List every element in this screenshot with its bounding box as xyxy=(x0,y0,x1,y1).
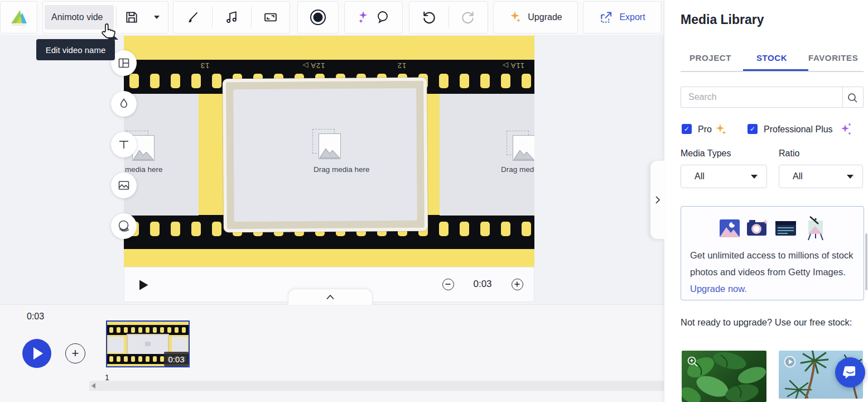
expand-timeline-tab[interactable] xyxy=(288,289,373,305)
design-tools-card xyxy=(173,1,290,34)
music-note-icon xyxy=(224,10,239,25)
undo-button[interactable] xyxy=(409,2,449,33)
timeline-play-button[interactable] xyxy=(22,339,51,368)
ratio-label: Ratio xyxy=(779,149,799,159)
media-types-label: Media Types xyxy=(681,149,731,159)
animoto-logo-icon xyxy=(9,8,29,27)
media-placeholder-icon xyxy=(507,131,534,162)
pro-label: Pro xyxy=(698,125,712,135)
export-icon xyxy=(599,10,614,25)
record-button[interactable] xyxy=(297,1,339,34)
caret-down-icon xyxy=(154,16,160,19)
zoom-in-button[interactable] xyxy=(512,279,523,290)
aspect-ratio-icon xyxy=(263,9,278,25)
pro-sparkle-icon xyxy=(713,122,729,137)
drag-media-label: media here xyxy=(125,165,163,174)
drag-media-label: Drag media h xyxy=(501,165,534,174)
chevron-right-icon xyxy=(655,195,660,204)
style-button[interactable] xyxy=(173,2,212,33)
media-placeholder-icon xyxy=(312,129,343,160)
app-window: Animoto vide xyxy=(0,0,868,402)
export-label: Export xyxy=(619,12,645,22)
timeline: 0:03 + 0:03 1 xyxy=(0,304,664,402)
film-frame-number: 12A ▷ xyxy=(294,61,333,70)
professional-plus-label: Professional Plus xyxy=(764,125,833,135)
promo-text: Get unlimited access to millions of stoc… xyxy=(690,247,857,297)
stock-photo-icon xyxy=(718,216,741,240)
getty-upgrade-promo: Get unlimited access to millions of stoc… xyxy=(681,206,864,300)
scroll-left-arrow-icon[interactable] xyxy=(91,383,95,389)
professional-plus-sparkle-icon xyxy=(839,121,853,137)
sparkles-icon xyxy=(358,10,371,25)
caret-down-icon xyxy=(847,175,853,179)
search-icon[interactable] xyxy=(847,92,859,104)
pro-checkbox[interactable]: ✓ xyxy=(682,124,692,134)
ratio-value: All xyxy=(793,171,803,181)
stock-video-icon xyxy=(774,216,798,240)
film-frame-number: 13 xyxy=(191,61,219,70)
chat-bubble-icon xyxy=(374,9,390,25)
stock-art-icon xyxy=(803,216,826,241)
text-tool-button[interactable] xyxy=(111,132,137,157)
preview-time: 0:03 xyxy=(466,279,499,290)
minus-icon xyxy=(443,279,453,289)
ratio-dropdown[interactable]: All xyxy=(779,165,863,188)
upgrade-now-link[interactable]: Upgrade now. xyxy=(690,284,747,294)
tab-stock[interactable]: STOCK xyxy=(756,53,787,63)
undo-icon xyxy=(422,10,436,25)
logo-card[interactable] xyxy=(0,1,37,34)
check-icon: ✓ xyxy=(684,125,689,133)
drag-media-label: Drag media here xyxy=(314,165,370,174)
plus-icon: + xyxy=(72,346,79,361)
timeline-clip-1[interactable]: 0:03 xyxy=(106,320,190,367)
media-tool-button[interactable] xyxy=(111,173,137,198)
upgrade-label: Upgrade xyxy=(528,12,562,22)
clip-duration-badge: 0:03 xyxy=(164,352,189,366)
panel-scrollbar[interactable] xyxy=(865,233,867,290)
play-overlay-icon[interactable] xyxy=(784,356,796,368)
zoom-in-overlay-icon[interactable] xyxy=(687,356,699,368)
free-stock-prompt: Not ready to upgrade? Use our free stock… xyxy=(681,314,853,331)
upgrade-button[interactable]: Upgrade xyxy=(493,1,578,34)
shapes-tool-button[interactable] xyxy=(111,213,137,239)
media-types-dropdown[interactable]: All xyxy=(681,165,767,188)
timeline-scrollbar[interactable] xyxy=(89,381,664,391)
export-button[interactable]: Export xyxy=(583,1,662,34)
stock-camera-icon xyxy=(746,216,769,240)
search-divider xyxy=(842,87,843,107)
video-canvas[interactable]: 13 12A ▷ 12 11A ▷ media here Drag media … xyxy=(124,36,534,267)
hand-cursor-icon xyxy=(100,23,117,41)
save-options-button[interactable] xyxy=(147,2,167,33)
redo-button[interactable] xyxy=(449,2,488,33)
film-frame-number: 11A ▷ xyxy=(492,61,534,70)
music-button[interactable] xyxy=(213,2,250,33)
aspect-ratio-button[interactable] xyxy=(252,2,290,33)
film-frame-number: 12 xyxy=(386,61,417,70)
preview-play-button[interactable] xyxy=(139,280,148,290)
chat-support-button[interactable] xyxy=(835,357,865,387)
history-card xyxy=(409,1,488,34)
caret-down-icon xyxy=(751,175,758,179)
promo-text-body: Get unlimited access to millions of stoc… xyxy=(690,250,853,277)
plus-icon xyxy=(512,279,522,289)
brush-icon xyxy=(186,10,200,25)
stock-search-box xyxy=(681,87,864,108)
add-block-button[interactable]: + xyxy=(65,343,85,363)
tab-project[interactable]: PROJECT xyxy=(689,53,731,63)
chat-smile-icon xyxy=(843,365,857,380)
color-tool-button[interactable] xyxy=(111,91,137,117)
tab-favorites[interactable]: FAVORITES xyxy=(808,53,858,63)
ai-assistant-button[interactable] xyxy=(344,1,403,34)
redo-icon xyxy=(461,10,475,25)
save-icon xyxy=(124,10,139,25)
save-button[interactable] xyxy=(117,2,147,33)
zoom-out-button[interactable] xyxy=(442,279,454,290)
droplet-icon xyxy=(117,97,131,111)
collapse-panel-tab[interactable] xyxy=(650,161,665,239)
media-library-panel: Media Library PROJECT STOCK FAVORITES ✓ … xyxy=(664,0,868,402)
check-icon: ✓ xyxy=(750,125,755,133)
stock-thumbnail-leaves[interactable] xyxy=(682,351,766,402)
search-input[interactable] xyxy=(681,87,847,107)
layout-icon xyxy=(117,56,131,70)
professional-plus-checkbox[interactable]: ✓ xyxy=(748,124,758,134)
